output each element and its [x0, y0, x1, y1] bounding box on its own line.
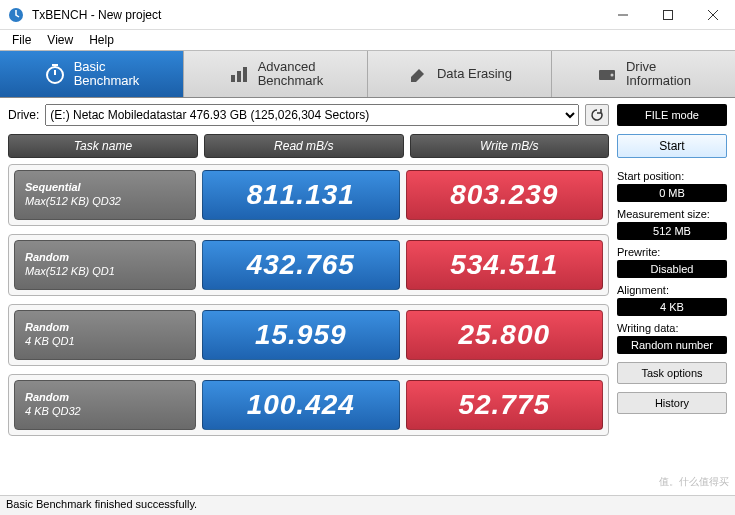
task-title: Sequential — [25, 181, 185, 195]
drive-select[interactable]: (E:) Netac Mobiledatastar 476.93 GB (125… — [45, 104, 579, 126]
status-bar: Basic Benchmark finished successfully. — [0, 495, 735, 515]
history-button[interactable]: History — [617, 392, 727, 414]
task-title: Random — [25, 251, 185, 265]
erase-icon — [407, 63, 429, 85]
alignment-value[interactable]: 4 KB — [617, 298, 727, 316]
read-value: 432.765 — [202, 240, 400, 290]
alignment-label: Alignment: — [617, 284, 727, 296]
menu-file[interactable]: File — [4, 31, 39, 49]
menu-help[interactable]: Help — [81, 31, 122, 49]
svg-rect-9 — [237, 71, 241, 82]
read-value: 100.424 — [202, 380, 400, 430]
start-position-label: Start position: — [617, 170, 727, 182]
task-name-cell[interactable]: Random Max(512 KB) QD1 — [14, 240, 196, 290]
task-subtitle: 4 KB QD1 — [25, 335, 185, 349]
benchmark-row: Random 4 KB QD32 100.424 52.775 — [8, 374, 609, 436]
file-mode-button[interactable]: FILE mode — [617, 104, 727, 126]
benchmark-row: Random 4 KB QD1 15.959 25.800 — [8, 304, 609, 366]
task-options-button[interactable]: Task options — [617, 362, 727, 384]
drive-label: Drive: — [8, 108, 39, 122]
benchmark-row: Sequential Max(512 KB) QD32 811.131 803.… — [8, 164, 609, 226]
tab-label: Data Erasing — [437, 66, 512, 81]
header-task-name: Task name — [8, 134, 198, 158]
writing-data-value[interactable]: Random number — [617, 336, 727, 354]
tab-label: Information — [626, 73, 691, 88]
menubar: File View Help — [0, 30, 735, 50]
stopwatch-icon — [44, 63, 66, 85]
tab-data-erasing[interactable]: Data Erasing — [368, 51, 552, 97]
prewrite-value[interactable]: Disabled — [617, 260, 727, 278]
app-icon — [8, 7, 24, 23]
svg-rect-10 — [243, 67, 247, 82]
write-value: 52.775 — [406, 380, 604, 430]
writing-data-label: Writing data: — [617, 322, 727, 334]
tab-label: Benchmark — [74, 73, 140, 88]
titlebar: TxBENCH - New project — [0, 0, 735, 30]
task-name-cell[interactable]: Random 4 KB QD1 — [14, 310, 196, 360]
refresh-icon — [590, 108, 604, 122]
maximize-button[interactable] — [645, 0, 690, 30]
svg-rect-8 — [231, 75, 235, 82]
measurement-size-label: Measurement size: — [617, 208, 727, 220]
task-title: Random — [25, 321, 185, 335]
bars-icon — [228, 63, 250, 85]
tab-label: Benchmark — [258, 73, 324, 88]
header-write: Write mB/s — [410, 134, 610, 158]
task-name-cell[interactable]: Sequential Max(512 KB) QD32 — [14, 170, 196, 220]
task-subtitle: Max(512 KB) QD32 — [25, 195, 185, 209]
task-name-cell[interactable]: Random 4 KB QD32 — [14, 380, 196, 430]
minimize-button[interactable] — [600, 0, 645, 30]
read-value: 811.131 — [202, 170, 400, 220]
tab-basic-benchmark[interactable]: BasicBenchmark — [0, 51, 184, 97]
menu-view[interactable]: View — [39, 31, 81, 49]
task-subtitle: Max(512 KB) QD1 — [25, 265, 185, 279]
svg-point-12 — [610, 74, 613, 77]
task-title: Random — [25, 391, 185, 405]
svg-rect-2 — [663, 10, 672, 19]
write-value: 25.800 — [406, 310, 604, 360]
read-value: 15.959 — [202, 310, 400, 360]
tab-drive-information[interactable]: DriveInformation — [552, 51, 735, 97]
start-position-value[interactable]: 0 MB — [617, 184, 727, 202]
close-button[interactable] — [690, 0, 735, 30]
measurement-size-value[interactable]: 512 MB — [617, 222, 727, 240]
write-value: 534.511 — [406, 240, 604, 290]
tab-advanced-benchmark[interactable]: AdvancedBenchmark — [184, 51, 368, 97]
prewrite-label: Prewrite: — [617, 246, 727, 258]
window-title: TxBENCH - New project — [32, 8, 600, 22]
watermark: 值。什么值得买 — [649, 469, 729, 495]
tab-label: Basic — [74, 59, 106, 74]
drive-icon — [596, 63, 618, 85]
drive-row: Drive: (E:) Netac Mobiledatastar 476.93 … — [8, 104, 609, 126]
task-subtitle: 4 KB QD32 — [25, 405, 185, 419]
mode-tabs: BasicBenchmark AdvancedBenchmark Data Er… — [0, 50, 735, 98]
write-value: 803.239 — [406, 170, 604, 220]
tab-label: Drive — [626, 59, 656, 74]
refresh-button[interactable] — [585, 104, 609, 126]
tab-label: Advanced — [258, 59, 316, 74]
header-read: Read mB/s — [204, 134, 404, 158]
start-button[interactable]: Start — [617, 134, 727, 158]
benchmark-row: Random Max(512 KB) QD1 432.765 534.511 — [8, 234, 609, 296]
